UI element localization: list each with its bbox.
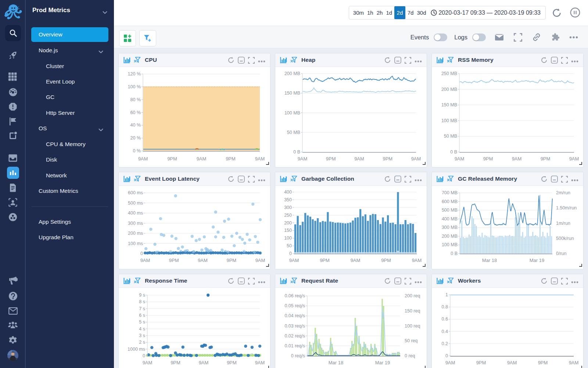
svg-text:9AM: 9AM	[445, 360, 455, 365]
svg-text:100 MB: 100 MB	[442, 242, 458, 247]
svg-text:500 ms: 500 ms	[128, 201, 143, 206]
svg-text:0.06 req/s: 0.06 req/s	[284, 293, 305, 298]
svg-text:200 ms: 200 ms	[128, 231, 143, 236]
svg-text:0 req/s: 0 req/s	[291, 353, 305, 358]
svg-text:20 %: 20 %	[130, 135, 141, 141]
svg-text:200 req: 200 req	[405, 293, 420, 298]
svg-text:250 MB: 250 MB	[441, 71, 457, 76]
svg-text:100 MB: 100 MB	[284, 110, 300, 116]
svg-text:0 B: 0 B	[450, 149, 457, 155]
svg-text:200 MB: 200 MB	[442, 234, 458, 239]
svg-text:2m/run: 2m/run	[556, 190, 570, 195]
svg-text:0.02 req/s: 0.02 req/s	[284, 333, 305, 339]
svg-text:9AM: 9AM	[255, 360, 265, 365]
svg-text:350: 350	[284, 197, 292, 202]
svg-text:0: 0	[140, 251, 143, 256]
svg-text:9AM: 9AM	[455, 156, 465, 162]
svg-text:1000 ms: 1000 ms	[128, 347, 145, 352]
svg-text:600 MB: 600 MB	[442, 199, 458, 204]
svg-text:1.50m/run: 1.50m/run	[556, 205, 577, 210]
svg-text:50: 50	[287, 243, 292, 248]
svg-text:9AM: 9AM	[569, 156, 579, 162]
svg-text:9AM: 9AM	[354, 156, 364, 162]
svg-text:9PM: 9PM	[171, 360, 180, 365]
svg-text:9PM: 9PM	[483, 156, 493, 162]
svg-text:9AM: 9AM	[255, 156, 265, 162]
svg-text:50 req: 50 req	[405, 338, 417, 343]
svg-text:0 B: 0 B	[451, 251, 458, 256]
svg-text:Mar 18: Mar 18	[482, 258, 497, 263]
svg-text:500k/run: 500k/run	[556, 236, 574, 241]
svg-text:9AM: 9AM	[351, 258, 361, 263]
svg-text:80 %: 80 %	[130, 97, 141, 102]
svg-text:0: 0	[289, 251, 292, 256]
svg-text:9AM: 9AM	[138, 156, 148, 162]
svg-text:50 MB: 50 MB	[444, 134, 457, 139]
svg-text:9PM: 9PM	[541, 156, 551, 162]
svg-text:9AM: 9AM	[199, 360, 209, 365]
svg-text:50 MB: 50 MB	[287, 130, 300, 135]
svg-text:400 MB: 400 MB	[442, 216, 458, 222]
svg-text:0.2: 0.2	[442, 341, 448, 346]
svg-text:300 ms: 300 ms	[128, 221, 143, 226]
svg-text:9PM: 9PM	[226, 156, 236, 162]
svg-text:9AM: 9AM	[140, 258, 150, 263]
svg-text:9AM: 9AM	[289, 258, 299, 263]
svg-text:120 %: 120 %	[128, 71, 141, 77]
svg-text:0.03 req/s: 0.03 req/s	[284, 323, 305, 329]
svg-text:9PM: 9PM	[326, 156, 336, 162]
svg-text:9PM: 9PM	[538, 360, 548, 365]
svg-text:150 req: 150 req	[405, 308, 420, 314]
svg-text:0/run: 0/run	[556, 251, 567, 256]
svg-text:9AM: 9AM	[512, 156, 522, 162]
svg-text:9AM: 9AM	[412, 258, 422, 263]
svg-text:0.04 req/s: 0.04 req/s	[284, 313, 305, 318]
svg-text:500 MB: 500 MB	[442, 208, 458, 213]
svg-text:200 MB: 200 MB	[284, 71, 300, 76]
svg-text:0 B: 0 B	[293, 149, 300, 155]
svg-text:150: 150	[284, 228, 292, 233]
svg-text:9AM: 9AM	[507, 360, 517, 365]
svg-text:100 MB: 100 MB	[441, 118, 457, 123]
svg-text:40 %: 40 %	[130, 123, 141, 128]
svg-text:700 MB: 700 MB	[442, 190, 458, 195]
svg-text:300 MB: 300 MB	[442, 225, 458, 230]
svg-text:2 s: 2 s	[139, 340, 145, 345]
svg-text:400 ms: 400 ms	[128, 210, 143, 216]
svg-text:9AM: 9AM	[411, 156, 421, 162]
svg-text:0.01 req/s: 0.01 req/s	[284, 343, 305, 348]
svg-text:100 %: 100 %	[128, 84, 141, 89]
svg-text:400: 400	[284, 190, 292, 195]
svg-text:9AM: 9AM	[255, 258, 265, 263]
svg-text:Mar 18: Mar 18	[329, 360, 343, 365]
svg-text:0.6: 0.6	[442, 316, 448, 322]
svg-text:0 %: 0 %	[133, 148, 141, 153]
svg-text:200: 200	[284, 220, 292, 226]
svg-text:9AM: 9AM	[298, 156, 308, 162]
svg-text:9AM: 9AM	[197, 156, 207, 162]
svg-text:600 ms: 600 ms	[128, 190, 143, 195]
svg-text:9PM: 9PM	[383, 156, 392, 162]
svg-text:5 s: 5 s	[139, 319, 145, 325]
svg-text:300: 300	[284, 205, 292, 210]
svg-text:4 s: 4 s	[139, 326, 145, 332]
svg-text:Mar 19: Mar 19	[375, 360, 390, 365]
svg-text:0: 0	[445, 353, 448, 358]
svg-text:60 %: 60 %	[130, 110, 141, 115]
svg-text:250: 250	[284, 213, 292, 218]
svg-text:9PM: 9PM	[226, 258, 236, 263]
svg-text:9PM: 9PM	[167, 156, 177, 162]
svg-text:9PM: 9PM	[169, 258, 179, 263]
svg-text:0: 0	[143, 353, 145, 358]
svg-text:200 MB: 200 MB	[441, 87, 457, 92]
svg-text:0.05 req/s: 0.05 req/s	[284, 303, 305, 308]
svg-text:0.4: 0.4	[442, 329, 448, 334]
svg-text:1: 1	[445, 292, 448, 297]
svg-text:9AM: 9AM	[569, 360, 579, 365]
svg-text:100: 100	[284, 236, 292, 241]
svg-text:9PM: 9PM	[320, 258, 330, 263]
svg-text:8 s: 8 s	[139, 299, 145, 304]
svg-text:100 ms: 100 ms	[128, 241, 143, 246]
svg-text:9 s: 9 s	[139, 293, 145, 298]
svg-text:7 s: 7 s	[139, 306, 145, 311]
